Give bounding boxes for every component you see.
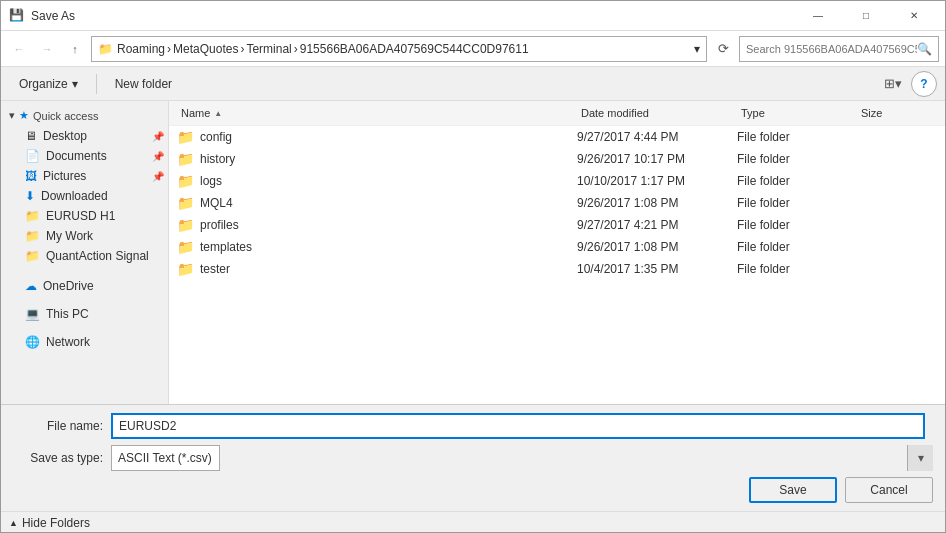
desktop-icon: 🖥	[25, 129, 37, 143]
sidebar-item-downloaded[interactable]: ⬇ Downloaded	[1, 186, 168, 206]
sidebar-item-desktop[interactable]: 🖥 Desktop 📌	[1, 126, 168, 146]
search-icon: 🔍	[917, 42, 932, 56]
thispc-label: This PC	[46, 307, 89, 321]
close-button[interactable]: ✕	[891, 1, 937, 31]
hide-folders-label: Hide Folders	[22, 516, 90, 530]
search-input[interactable]	[746, 43, 917, 55]
window-controls: — □ ✕	[795, 1, 937, 31]
file-date: 10/4/2017 1:35 PM	[577, 262, 737, 276]
address-path[interactable]: 📁 Roaming › MetaQuotes › Terminal › 9155…	[91, 36, 707, 62]
downloaded-label: Downloaded	[41, 189, 108, 203]
file-folder-icon: 📁	[177, 239, 194, 255]
cancel-button[interactable]: Cancel	[845, 477, 933, 503]
organize-label: Organize	[19, 77, 68, 91]
sidebar-spacer-3	[1, 324, 168, 332]
file-folder-icon: 📁	[177, 261, 194, 277]
mywork-folder-icon: 📁	[25, 229, 40, 243]
minimize-button[interactable]: —	[795, 1, 841, 31]
col-header-name[interactable]: Name ▲	[177, 105, 577, 121]
file-folder-icon: 📁	[177, 195, 194, 211]
file-type: File folder	[737, 262, 857, 276]
file-name-text: history	[200, 152, 235, 166]
sidebar: ▾ ★ Quick access 🖥 Desktop 📌 📄 Documents…	[1, 101, 169, 404]
quick-access-section: ▾ ★ Quick access 🖥 Desktop 📌 📄 Documents…	[1, 105, 168, 266]
sidebar-item-onedrive[interactable]: ☁ OneDrive	[1, 276, 168, 296]
new-folder-button[interactable]: New folder	[105, 71, 182, 97]
sidebar-spacer-2	[1, 296, 168, 304]
up-button[interactable]: ↑	[63, 37, 87, 61]
filename-label: File name:	[13, 419, 103, 433]
toolbar-right: ⊞▾ ?	[879, 71, 937, 97]
eurusd-folder-icon: 📁	[25, 209, 40, 223]
sidebar-item-eurusd[interactable]: 📁 EURUSD H1	[1, 206, 168, 226]
path-part-metaquotes: MetaQuotes	[173, 42, 238, 56]
file-name-text: logs	[200, 174, 222, 188]
table-row[interactable]: 📁 tester 10/4/2017 1:35 PM File folder	[169, 258, 945, 280]
hide-folders-row[interactable]: ▲ Hide Folders	[1, 511, 945, 532]
file-type: File folder	[737, 130, 857, 144]
path-part-terminal: Terminal	[246, 42, 291, 56]
file-name-text: templates	[200, 240, 252, 254]
select-arrow-icon: ▾	[907, 445, 933, 471]
sidebar-item-documents[interactable]: 📄 Documents 📌	[1, 146, 168, 166]
refresh-button[interactable]: ⟳	[711, 37, 735, 61]
search-box: 🔍	[739, 36, 939, 62]
path-part-hash: 915566BA06ADA407569C544CC0D97611	[300, 42, 529, 56]
col-header-type[interactable]: Type	[737, 105, 857, 121]
file-name: 📁 history	[177, 151, 577, 167]
savetype-wrapper: ASCII Text (*.csv) ▾	[111, 445, 933, 471]
toolbar-separator	[96, 74, 97, 94]
sidebar-item-thispc[interactable]: 💻 This PC	[1, 304, 168, 324]
main-content: ▾ ★ Quick access 🖥 Desktop 📌 📄 Documents…	[1, 101, 945, 404]
back-button[interactable]: ←	[7, 37, 31, 61]
path-dropdown-arrow[interactable]: ▾	[694, 42, 700, 56]
file-date: 9/26/2017 10:17 PM	[577, 152, 737, 166]
file-type: File folder	[737, 240, 857, 254]
file-folder-icon: 📁	[177, 151, 194, 167]
eurusd-label: EURUSD H1	[46, 209, 115, 223]
quick-access-star-icon: ★	[19, 109, 29, 122]
filename-input[interactable]	[111, 413, 925, 439]
sidebar-item-mywork[interactable]: 📁 My Work	[1, 226, 168, 246]
table-row[interactable]: 📁 logs 10/10/2017 1:17 PM File folder	[169, 170, 945, 192]
col-header-size[interactable]: Size	[857, 105, 937, 121]
quick-access-label: Quick access	[33, 110, 98, 122]
file-name-text: profiles	[200, 218, 239, 232]
table-row[interactable]: 📁 MQL4 9/26/2017 1:08 PM File folder	[169, 192, 945, 214]
table-row[interactable]: 📁 profiles 9/27/2017 4:21 PM File folder	[169, 214, 945, 236]
file-folder-icon: 📁	[177, 173, 194, 189]
sidebar-item-pictures[interactable]: 🖼 Pictures 📌	[1, 166, 168, 186]
help-button[interactable]: ?	[911, 71, 937, 97]
file-list: Name ▲ Date modified Type Size 📁 config …	[169, 101, 945, 404]
quick-access-chevron: ▾	[9, 109, 15, 122]
path-sep-3: ›	[294, 42, 298, 56]
file-name: 📁 MQL4	[177, 195, 577, 211]
address-bar: ← → ↑ 📁 Roaming › MetaQuotes › Terminal …	[1, 31, 945, 67]
sidebar-item-quantaction[interactable]: 📁 QuantAction Signal	[1, 246, 168, 266]
table-row[interactable]: 📁 templates 9/26/2017 1:08 PM File folde…	[169, 236, 945, 258]
hide-folders-chevron: ▲	[9, 518, 18, 528]
table-row[interactable]: 📁 history 9/26/2017 10:17 PM File folder	[169, 148, 945, 170]
file-date: 9/27/2017 4:44 PM	[577, 130, 737, 144]
forward-button[interactable]: →	[35, 37, 59, 61]
toolbar: Organize ▾ New folder ⊞▾ ?	[1, 67, 945, 101]
onedrive-icon: ☁	[25, 279, 37, 293]
file-folder-icon: 📁	[177, 217, 194, 233]
pictures-icon: 🖼	[25, 169, 37, 183]
col-header-date[interactable]: Date modified	[577, 105, 737, 121]
file-folder-icon: 📁	[177, 129, 194, 145]
view-button[interactable]: ⊞▾	[879, 71, 907, 97]
quantaction-label: QuantAction Signal	[46, 249, 149, 263]
organize-button[interactable]: Organize ▾	[9, 71, 88, 97]
maximize-button[interactable]: □	[843, 1, 889, 31]
thispc-icon: 💻	[25, 307, 40, 321]
downloaded-icon: ⬇	[25, 189, 35, 203]
save-button[interactable]: Save	[749, 477, 837, 503]
path-part-roaming: Roaming	[117, 42, 165, 56]
savetype-select[interactable]: ASCII Text (*.csv)	[111, 445, 220, 471]
filename-row: File name:	[13, 413, 933, 439]
quick-access-header[interactable]: ▾ ★ Quick access	[1, 105, 168, 126]
sidebar-item-network[interactable]: 🌐 Network	[1, 332, 168, 352]
path-sep-2: ›	[240, 42, 244, 56]
table-row[interactable]: 📁 config 9/27/2017 4:44 PM File folder	[169, 126, 945, 148]
